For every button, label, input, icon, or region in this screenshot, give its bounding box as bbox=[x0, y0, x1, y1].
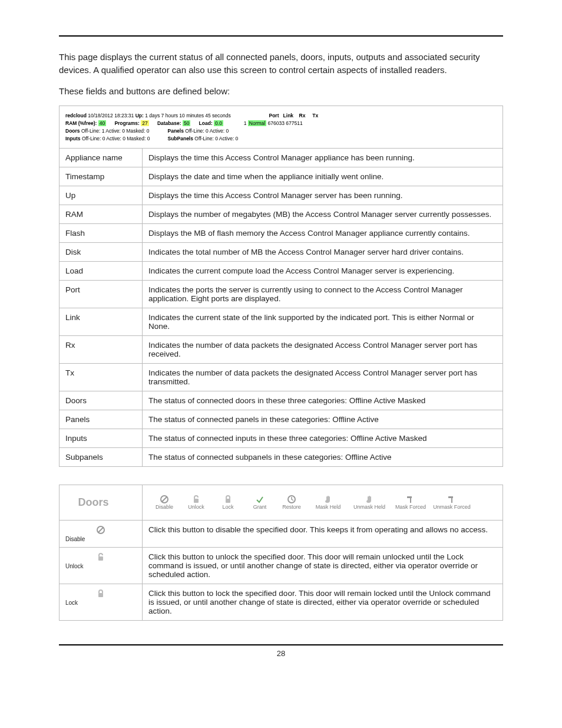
door-cmd-label: Unlock bbox=[65, 563, 136, 569]
unlock-icon bbox=[96, 552, 105, 562]
status-ram-value: 40 bbox=[98, 120, 106, 126]
status-timestamp: 10/18/2012 18:23:31 bbox=[88, 113, 134, 118]
field-def-term: Flash bbox=[59, 224, 143, 243]
toolbar-button-unmask-held[interactable]: Unmask Held bbox=[349, 493, 390, 512]
field-def-row: PortIndicates the ports the server is cu… bbox=[59, 281, 503, 308]
field-def-desc: Displays the time this Access Control Ma… bbox=[143, 149, 503, 167]
door-cmd-desc: Click this button to disable the specifi… bbox=[143, 521, 503, 548]
toolbar-button-label: Mask Forced bbox=[395, 504, 426, 510]
toolbar-button-label: Grant bbox=[253, 504, 267, 510]
doors-toolbar-title: Doors bbox=[65, 496, 121, 509]
toolbar-button-mask-forced[interactable]: Mask Forced bbox=[390, 493, 431, 512]
field-def-row: TxIndicates the number of data packets t… bbox=[59, 364, 503, 391]
field-def-term: Rx bbox=[59, 336, 143, 364]
field-def-row: RxIndicates the number of data packets t… bbox=[59, 336, 503, 364]
status-link-hdr: Link bbox=[283, 113, 293, 118]
status-link-state: Normal bbox=[248, 120, 266, 126]
field-def-desc: Displays the MB of flash memory the Acce… bbox=[143, 224, 503, 243]
toolbar-button-mask-held[interactable]: Mask Held bbox=[308, 493, 349, 512]
field-def-desc: Displays the time this Access Control Ma… bbox=[143, 186, 503, 205]
field-def-desc: Indicates the number of data packets the… bbox=[143, 364, 503, 391]
lock-icon bbox=[223, 495, 233, 504]
status-rx-value: 676033 bbox=[268, 120, 285, 126]
status-inputs-value: Off-Line: 0 Active: 0 Masked: 0 bbox=[82, 136, 150, 141]
field-def-term: Doors bbox=[59, 391, 143, 410]
unlock-icon bbox=[191, 495, 201, 504]
status-load-label: Load: bbox=[199, 120, 213, 126]
status-database-label: Database: bbox=[157, 120, 181, 126]
status-subpanels-label: SubPanels bbox=[167, 136, 193, 141]
field-def-desc: Indicates the number of data packets the… bbox=[143, 336, 503, 364]
field-def-desc: Indicates the total number of MB the Acc… bbox=[143, 243, 503, 262]
unmask-held-icon bbox=[365, 495, 374, 504]
status-load-value: 0.0 bbox=[214, 120, 223, 126]
status-ram-label: RAM (%free): bbox=[65, 120, 97, 126]
unmask-forced-icon bbox=[447, 495, 457, 504]
field-def-row: LoadIndicates the current compute load t… bbox=[59, 262, 503, 281]
status-up-value: 1 days 7 hours 10 minutes 45 seconds bbox=[145, 113, 231, 118]
field-def-row: Appliance nameDisplays the time this Acc… bbox=[59, 149, 503, 167]
status-subpanels-value: Off-Line: 0 Active: 0 bbox=[194, 136, 238, 141]
lock-icon bbox=[96, 589, 105, 598]
field-def-term: Appliance name bbox=[59, 149, 143, 167]
field-def-row: UpDisplays the time this Access Control … bbox=[59, 186, 503, 205]
door-cmd-button-lock[interactable]: Lock bbox=[59, 584, 143, 621]
field-def-term: Disk bbox=[59, 243, 143, 262]
status-rx-hdr: Rx bbox=[299, 113, 306, 118]
status-host: redcloud bbox=[65, 113, 87, 118]
door-cmd-label: Disable bbox=[65, 536, 136, 542]
disable-icon bbox=[96, 525, 105, 535]
toolbar-button-unlock[interactable]: Unlock bbox=[180, 493, 212, 512]
toolbar-button-label: Unmask Forced bbox=[433, 504, 471, 510]
page-number: 28 bbox=[277, 649, 285, 658]
field-def-term: Load bbox=[59, 262, 143, 281]
status-up-label: Up: bbox=[135, 113, 144, 118]
intro-paragraph-2: These fields and buttons are defined bel… bbox=[59, 85, 503, 98]
status-header-block: redcloud 10/18/2012 18:23:31 Up: 1 days … bbox=[65, 112, 497, 142]
restore-icon bbox=[287, 495, 296, 504]
field-def-desc: The status of connected panels in these … bbox=[143, 410, 503, 429]
field-def-row: DoorsThe status of connected doors in th… bbox=[59, 391, 503, 410]
field-def-desc: Indicates the ports the server is curren… bbox=[143, 281, 503, 308]
field-def-row: DiskIndicates the total number of MB the… bbox=[59, 243, 503, 262]
door-cmd-button-unlock[interactable]: Unlock bbox=[59, 548, 143, 584]
door-cmd-desc: Click this button to unlock the specifie… bbox=[143, 548, 503, 584]
status-panels-value: Off-Line: 0 Active: 0 bbox=[185, 128, 229, 134]
toolbar-button-grant[interactable]: Grant bbox=[244, 493, 276, 512]
toolbar-button-unmask-forced[interactable]: Unmask Forced bbox=[431, 493, 472, 512]
field-def-desc: Displays the number of megabytes (MB) th… bbox=[143, 205, 503, 224]
field-def-row: SubpanelsThe status of connected subpane… bbox=[59, 448, 503, 467]
field-def-term: Tx bbox=[59, 364, 143, 391]
field-def-desc: Displays the date and time when the appl… bbox=[143, 167, 503, 186]
door-cmd-button-disable[interactable]: Disable bbox=[59, 521, 143, 548]
door-cmd-row: DisableClick this button to disable the … bbox=[59, 521, 503, 548]
field-def-desc: Indicates the current state of the link … bbox=[143, 308, 503, 336]
toolbar-button-label: Unmask Held bbox=[353, 504, 385, 510]
status-tx-hdr: Tx bbox=[312, 113, 318, 118]
field-def-row: TimestampDisplays the date and time when… bbox=[59, 167, 503, 186]
field-def-desc: Indicates the current compute load the A… bbox=[143, 262, 503, 281]
page-footer: 28 bbox=[59, 644, 503, 658]
toolbar-button-restore[interactable]: Restore bbox=[276, 493, 308, 512]
door-cmd-row: LockClick this button to lock the specif… bbox=[59, 584, 503, 621]
door-cmd-label: Lock bbox=[65, 599, 136, 606]
field-definitions-table: redcloud 10/18/2012 18:23:31 Up: 1 days … bbox=[59, 106, 503, 467]
toolbar-button-label: Restore bbox=[282, 504, 301, 510]
door-commands-table: Doors DisableUnlockLockGrantRestoreMask … bbox=[59, 485, 503, 621]
status-database-value: 50 bbox=[183, 120, 190, 126]
toolbar-button-lock[interactable]: Lock bbox=[212, 493, 244, 512]
field-def-term: Up bbox=[59, 186, 143, 205]
status-port-num: 1 bbox=[244, 120, 247, 126]
field-def-term: Subpanels bbox=[59, 448, 143, 467]
field-def-row: InputsThe status of connected inputs in … bbox=[59, 429, 503, 448]
door-cmd-desc: Click this button to lock the specified … bbox=[143, 584, 503, 621]
grant-icon bbox=[255, 495, 265, 504]
toolbar-button-label: Unlock bbox=[188, 504, 204, 510]
field-def-term: Inputs bbox=[59, 429, 143, 448]
field-def-desc: The status of connected doors in these t… bbox=[143, 391, 503, 410]
status-doors-label: Doors bbox=[65, 128, 80, 134]
status-doors-value: Off-Line: 1 Active: 0 Masked: 0 bbox=[81, 128, 150, 134]
mask-held-icon bbox=[323, 495, 333, 504]
toolbar-button-disable[interactable]: Disable bbox=[148, 493, 180, 512]
field-def-row: PanelsThe status of connected panels in … bbox=[59, 410, 503, 429]
